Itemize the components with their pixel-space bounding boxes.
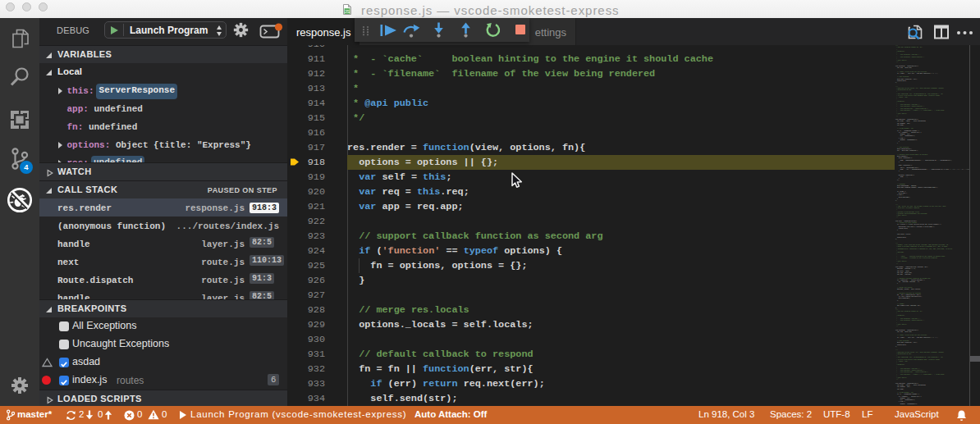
svg-text:JS: JS [345, 9, 350, 14]
